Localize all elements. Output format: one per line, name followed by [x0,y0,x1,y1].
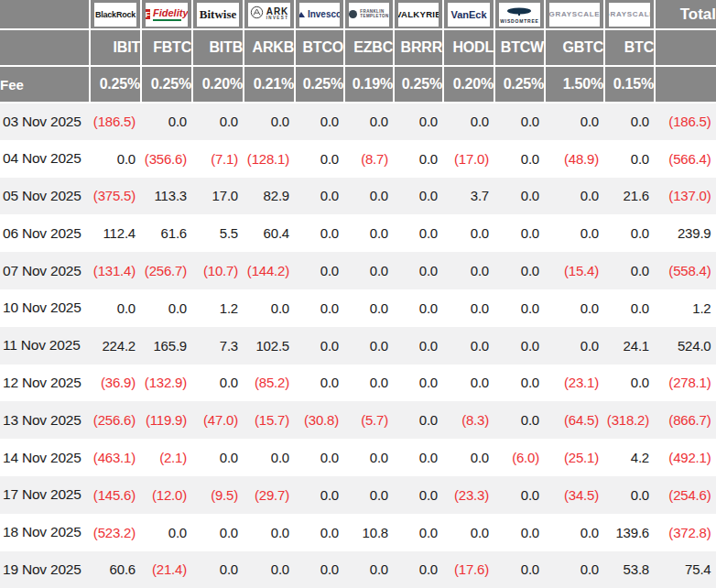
fidelity-logo-text: Fidelity [153,8,188,18]
flow-value: 61.6 [141,214,192,252]
flow-value: 82.9 [244,178,295,215]
grayscale-logo: GRAYSCALE [609,3,650,27]
flow-value: 0.0 [244,551,295,588]
fee-value-FBTC: 0.25% [141,66,192,103]
flow-value: (10.7) [192,252,244,289]
fidelity-f-icon: F [146,9,150,19]
flow-value: 0.0 [545,178,604,215]
flow-value: (523.2) [90,514,141,551]
date-label: 19 Nov 2025 [0,551,90,588]
flow-value: 0.0 [344,103,394,140]
total-value: (254.6) [655,476,716,514]
flow-value: (34.5) [545,476,604,514]
wisdomtree-logo: WisdomTree [499,3,540,27]
flow-value: (7.1) [192,140,244,178]
flow-value: (144.2) [244,252,295,289]
table-row: 03 Nov 2025(186.5)0.00.00.00.00.00.00.00… [0,103,716,140]
table-row: 07 Nov 2025(131.4)(256.7)(10.7)(144.2)0.… [0,252,716,289]
bitwise-logo: Bitwise [197,3,239,27]
flow-value: (256.6) [90,401,141,439]
flow-value: 60.6 [90,551,141,588]
flow-value: 0.0 [494,214,545,252]
flow-value: 0.0 [443,365,494,402]
flow-value: 0.0 [394,214,443,252]
grayscale-logo-text: GRAYSCALE [549,10,600,18]
flow-value: 0.0 [295,365,344,402]
table-header: BlackRockFFidelityBitwiseARKINVESTInvesc… [0,0,716,103]
fee-value-IBIT: 0.25% [90,66,141,103]
flow-value: 0.0 [394,178,443,215]
invesco-logo-text: Invesco [308,9,340,19]
flow-value: 0.0 [295,439,344,476]
grayscale-logo: GRAYSCALE [549,3,600,27]
total-value: 75.4 [655,551,716,588]
flow-value: 0.0 [545,214,604,252]
table-row: 18 Nov 2025(523.2)0.00.00.00.010.80.00.0… [0,514,716,551]
flow-value: (12.0) [141,476,192,514]
flow-value: (356.6) [141,140,192,178]
flow-value: 0.0 [344,327,394,365]
flow-value: 0.0 [90,289,141,327]
flow-value: 0.0 [604,103,655,140]
invesco-logo: Invesco [299,3,340,27]
flow-value: 0.0 [443,252,494,289]
total-value: (492.1) [655,439,716,476]
flow-value: (15.7) [244,401,295,439]
flow-value: 0.0 [394,514,443,551]
valkyrie-logo: VALKYRIE [398,3,439,27]
flow-value: 0.0 [394,476,443,514]
flow-value: (318.2) [604,401,655,439]
flow-value: 0.0 [604,365,655,402]
flow-value: (5.7) [344,401,394,439]
flow-value: 0.0 [295,214,344,252]
date-label: 17 Nov 2025 [0,476,90,514]
flow-value: 0.0 [545,103,604,140]
flow-value: 0.0 [394,439,443,476]
flow-value: 0.0 [295,551,344,588]
flow-value: 0.0 [295,178,344,215]
flow-value: 0.0 [244,439,295,476]
table-row: 13 Nov 2025(256.6)(119.9)(47.0)(15.7)(30… [0,401,716,439]
flow-value: 0.0 [604,140,655,178]
flow-value: 0.0 [545,514,604,551]
flow-value: 0.0 [394,289,443,327]
flow-value: 0.0 [394,551,443,588]
flow-value: (17.6) [443,551,494,588]
total-value: (866.7) [655,401,716,439]
flow-value: 0.0 [141,103,192,140]
fee-value-BTC: 0.15% [604,66,655,103]
flow-value: (145.6) [90,476,141,514]
ticker-total-spacer [655,29,716,66]
table-row: 12 Nov 2025(36.9)(132.9)0.0(85.2)0.00.00… [0,365,716,402]
flow-value: 0.0 [494,252,545,289]
flow-value: 0.0 [443,214,494,252]
ticker-BRRR: BRRR [394,29,443,66]
table-row: 19 Nov 202560.6(21.4)0.00.00.00.00.0(17.… [0,551,716,588]
fee-value-BTCW: 0.25% [494,66,545,103]
flow-value: 0.0 [295,140,344,178]
ticker-ARKB: ARKB [244,29,295,66]
flow-value: 0.0 [141,514,192,551]
invesco-triangle-icon [299,12,305,17]
flow-value: 0.0 [344,178,394,215]
bitwise-logo-text: Bitwise [200,7,236,22]
flow-value: 0.0 [295,327,344,365]
flow-value: 0.0 [192,514,244,551]
flow-value: (23.1) [545,365,604,402]
logo-row: BlackRockFFidelityBitwiseARKINVESTInvesc… [0,0,716,29]
flow-value: 17.0 [192,178,244,215]
flow-value: 7.3 [192,327,244,365]
flow-value: 4.2 [604,439,655,476]
flow-value: (30.8) [295,401,344,439]
flow-value: (64.5) [545,401,604,439]
flow-value: (21.4) [141,551,192,588]
total-value: 239.9 [655,214,716,252]
ark-wordmark: ARKINVEST [266,7,289,21]
fee-value-GBTC: 1.50% [545,66,604,103]
flow-value: 0.0 [141,289,192,327]
table-body: 03 Nov 2025(186.5)0.00.00.00.00.00.00.00… [0,103,716,588]
fidelity-wordmark: Fidelity [153,8,188,21]
ticker-HODL: HODL [443,29,494,66]
fee-row: Fee0.25%0.25%0.20%0.21%0.25%0.19%0.25%0.… [0,66,716,103]
flow-value: (119.9) [141,401,192,439]
